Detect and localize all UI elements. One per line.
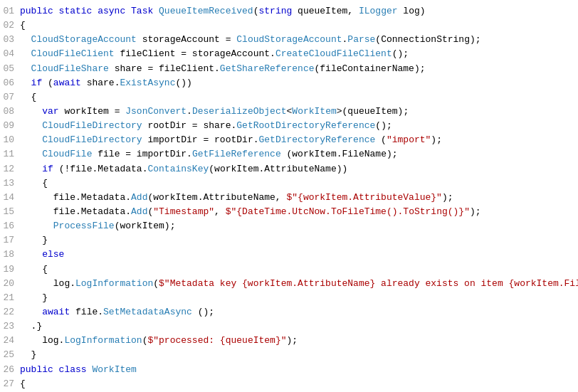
method-token: LogInformation <box>64 335 142 346</box>
plain-token: } <box>20 235 48 245</box>
type-token: CloudFileDirectory <box>42 134 142 145</box>
plain-token: { <box>20 92 36 102</box>
plain-token: >(queueItem); <box>337 106 409 117</box>
method-token: SetMetadataAsync <box>103 307 192 317</box>
type-token: CloudStorageAccount <box>31 34 137 45</box>
line-number: 26 <box>0 363 20 377</box>
plain-token: (!file.Metadata. <box>59 164 148 174</box>
plain-token: file.Metadata. <box>20 192 131 203</box>
kw-token: class <box>59 364 93 375</box>
line-number: 04 <box>0 47 20 61</box>
line-content: CloudFileClient fileClient = storageAcco… <box>20 47 572 61</box>
method-token: GetRootDirectoryReference <box>236 120 375 131</box>
table-row: 25 } <box>0 348 578 362</box>
plain-token: ); <box>431 134 442 145</box>
plain-token: ()) <box>175 78 191 88</box>
plain-token: { <box>20 20 26 31</box>
line-number: 17 <box>0 233 20 248</box>
plain-token: importDir = rootDir. <box>142 134 259 145</box>
line-content: log.LogInformation($"processed: {queueIt… <box>20 334 572 348</box>
plain-token: (fileContainerName); <box>314 63 425 74</box>
plain-token <box>20 78 31 88</box>
table-row: 27{ <box>0 377 578 391</box>
line-number: 18 <box>0 248 20 262</box>
plain-token <box>20 106 42 117</box>
line-content: else <box>20 248 572 262</box>
table-row: 10 CloudFileDirectory importDir = rootDi… <box>0 133 578 147</box>
code-editor: 01public static async Task QueueItemRece… <box>0 0 578 392</box>
method-token: Add <box>131 192 147 203</box>
str-token: $"Metadata key {workItem.AttributeName} … <box>159 278 578 289</box>
line-number: 01 <box>0 4 20 18</box>
line-content: } <box>20 291 572 305</box>
table-row: 05 CloudFileShare share = fileClient.Get… <box>0 62 578 76</box>
plain-token: file = importDir. <box>92 149 191 159</box>
plain-token <box>20 307 42 317</box>
type-token: WorkItem <box>292 106 336 117</box>
plain-token: } <box>20 349 36 360</box>
line-number: 13 <box>0 176 20 191</box>
method-token: ContainsKey <box>147 164 209 174</box>
method-token: ProcessFile <box>53 221 115 231</box>
plain-token <box>20 164 42 174</box>
table-row: 24 log.LogInformation($"processed: {queu… <box>0 334 578 348</box>
plain-token: share = fileClient. <box>109 63 220 74</box>
line-number: 03 <box>0 33 20 47</box>
type-token: CloudStorageAccount <box>236 34 342 45</box>
line-content: .} <box>20 319 572 334</box>
method-token: LogInformation <box>75 278 153 289</box>
type-token: ILogger <box>359 6 398 16</box>
plain-token: log. <box>20 278 75 289</box>
method-token: QueueItemReceived <box>159 6 253 16</box>
plain-token: .} <box>20 321 42 332</box>
table-row: 18 else <box>0 248 578 262</box>
plain-token: queueItem, <box>298 6 359 16</box>
plain-token: fileClient = storageAccount. <box>115 48 275 59</box>
plain-token: file.Metadata. <box>20 206 131 217</box>
line-content: CloudFileDirectory rootDir = share.GetRo… <box>20 119 572 133</box>
str-token: $"processed: {queueItem}" <box>147 335 286 346</box>
line-number: 15 <box>0 205 20 219</box>
method-token: Add <box>131 206 147 217</box>
plain-token: (); <box>375 120 392 131</box>
line-number: 25 <box>0 348 20 362</box>
plain-token: storageAccount = <box>137 34 236 45</box>
table-row: 01public static async Task QueueItemRece… <box>0 4 578 18</box>
plain-token: { <box>20 178 48 189</box>
method-token: DeserializeObject <box>192 106 287 117</box>
plain-token: { <box>20 378 26 389</box>
type-token: JsonConvert <box>125 106 186 117</box>
kw-token: if <box>31 78 48 88</box>
table-row: 19 { <box>0 263 578 277</box>
line-content: { <box>20 176 572 191</box>
str-token: $"{workItem.AttributeValue}" <box>286 192 441 203</box>
line-content: if (!file.Metadata.ContainsKey(workItem.… <box>20 162 572 176</box>
line-content: CloudFileShare share = fileClient.GetSha… <box>20 62 572 76</box>
type-token: CloudFileDirectory <box>42 120 142 131</box>
line-content: CloudFileDirectory importDir = rootDir.G… <box>20 133 572 147</box>
table-row: 20 log.LogInformation($"Metadata key {wo… <box>0 277 578 291</box>
plain-token: (); <box>192 307 214 317</box>
line-number: 24 <box>0 334 20 348</box>
line-number: 11 <box>0 147 20 161</box>
plain-token: ); <box>442 192 453 203</box>
kw-token: await <box>53 78 87 88</box>
plain-token <box>20 48 31 59</box>
line-content: if (await share.ExistAsync()) <box>20 76 572 90</box>
line-number: 07 <box>0 90 20 105</box>
method-token: CreateCloudFileClient <box>275 48 392 59</box>
table-row: 09 CloudFileDirectory rootDir = share.Ge… <box>0 119 578 133</box>
table-row: 17 } <box>0 233 578 248</box>
line-number: 06 <box>0 76 20 90</box>
str-token: "Timestamp" <box>153 206 214 217</box>
plain-token <box>20 149 42 159</box>
method-token: GetFileReference <box>192 149 281 159</box>
plain-token <box>20 134 42 145</box>
line-number: 20 <box>0 277 20 291</box>
method-token: Parse <box>347 34 375 45</box>
method-token: ExistAsync <box>120 78 175 88</box>
line-content: } <box>20 348 572 362</box>
type-token: CloudFileShare <box>31 63 109 74</box>
kw-token: public <box>20 6 59 16</box>
plain-token: . <box>186 106 192 117</box>
